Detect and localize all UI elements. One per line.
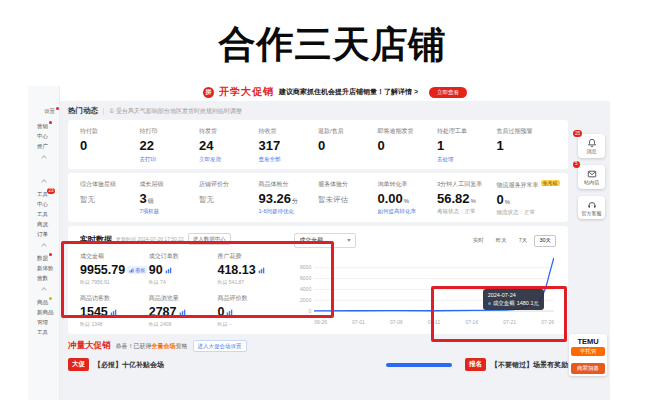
- temu-card: TEMU 半托管 商家招募: [569, 334, 607, 376]
- promo-setup-button[interactable]: 进入大促会场设置: [193, 340, 247, 352]
- sidebar-item-tools[interactable]: 工具23: [28, 189, 59, 199]
- stat-logistics-rate: 物流服务异常率免考核 0% 物流状态：正常: [497, 180, 557, 217]
- inbox-button[interactable]: 5 站内信: [578, 165, 605, 189]
- metric-gmv: 成交金额 9955.79 看板 昨日 7956.91: [80, 252, 149, 285]
- stat-service-score: 服务体验分 暂未评估: [318, 180, 378, 217]
- chevron-up-icon[interactable]: [41, 155, 47, 161]
- sidebar-item-promotion[interactable]: 推广: [28, 141, 59, 151]
- page-title: 合作三天店铺: [0, 20, 665, 70]
- tab-7days[interactable]: 7天: [514, 235, 533, 247]
- exempt-badge: 免考核: [541, 180, 560, 186]
- sidebar-item-new-goods[interactable]: 新商品: [28, 307, 59, 317]
- headset-icon: [579, 200, 604, 210]
- sidebar-item-manage[interactable]: 管理: [28, 317, 59, 327]
- banner-highlight: 开学大促销: [219, 86, 274, 99]
- sidebar-settings-label: 设置: [44, 108, 55, 114]
- sidebar-item-analytics[interactable]: 营数: [28, 273, 59, 283]
- dashboard-main: 拼 开学大促销 建议商家抓住机会提升店铺销量！了解详情 > 立即查看 热门动态 …: [60, 86, 610, 371]
- chart-tooltip: 2024-07-24 成交金额 1480.1元: [483, 289, 544, 310]
- chevron-up-icon[interactable]: [41, 179, 47, 185]
- view-all-link[interactable]: 查看全部: [259, 156, 319, 163]
- metric-orders: 成交订单数 90 昨日 74: [149, 252, 218, 285]
- update-time: 更新时间 2024-07-26 17:50:22: [116, 236, 184, 242]
- sidebar-item-data[interactable]: 数据: [28, 253, 59, 263]
- metric-select-dropdown[interactable]: 成交金额: [294, 233, 356, 248]
- line-chart: 8000 6000 4000 2000 0: [294, 253, 556, 325]
- bell-icon: [579, 138, 604, 148]
- temu-brand: TEMU: [571, 337, 605, 346]
- y-tick: 0: [294, 308, 311, 314]
- improve-link[interactable]: 如何提高转化率: [378, 208, 438, 215]
- sidebar-item-center2[interactable]: 中心: [28, 199, 59, 209]
- tab-realtime[interactable]: 实时: [468, 235, 489, 247]
- chevron-up-icon[interactable]: [41, 243, 47, 249]
- tab-yesterday[interactable]: 昨天: [491, 235, 512, 247]
- chart-icon[interactable]: [110, 309, 117, 316]
- realtime-metrics-panel: 实时数据 更新时间 2024-07-26 17:50:22 进入数据中心 成交金…: [80, 233, 294, 328]
- stat-star-level: 综合体验星级 暂无: [80, 180, 140, 217]
- floating-rail: 25 消息 5 站内信 官方客服: [578, 134, 605, 219]
- mail-icon: [579, 169, 604, 179]
- chart-icon[interactable]: [179, 309, 186, 316]
- count-badge: 23: [47, 188, 55, 194]
- sidebar-item-goods[interactable]: 商品: [28, 297, 59, 307]
- stat-pending-print: 待打印 22 去打印: [140, 127, 200, 163]
- stat-growth-level: 成长层级 3级 7项权益: [140, 180, 200, 217]
- sidebar-item-marketing[interactable]: 营销: [28, 121, 59, 131]
- stat-inquiry-rate: 询单转化率 0.00% 如何提高转化率: [378, 180, 438, 217]
- metric-ad-spend: 推广花费 418.13 昨日 541.87: [217, 252, 286, 285]
- promo-badge-signup: 报名: [465, 358, 486, 371]
- promo-title: 冲量大促销: [68, 340, 111, 352]
- trend-chart-panel: 成交金额 实时 昨天 7天 30天 8000 6000 4000 2000: [294, 233, 556, 328]
- rights-link[interactable]: 7项权益: [140, 208, 200, 215]
- messages-button[interactable]: 25 消息: [578, 134, 605, 158]
- stat-reply-rate: 3分钟人工回复率 56.82% 考核状态：正常: [437, 180, 497, 217]
- stat-refund: 退款/售后 0: [318, 127, 378, 163]
- chart-icon[interactable]: [226, 309, 233, 316]
- metric-pageviews: 商品浏览量 2787 昨日 2409: [149, 294, 218, 327]
- optimize-link[interactable]: 1-6问题待优化: [259, 208, 319, 215]
- stat-shop-rating: 店铺评价分 暂无: [199, 180, 259, 217]
- promo-item-text[interactable]: 【不要错过】场景有奖励: [491, 360, 568, 370]
- go-print-link[interactable]: 去打印: [140, 156, 200, 163]
- chevron-down-icon: [347, 239, 351, 242]
- sidebar-item-center[interactable]: 中心: [28, 131, 59, 141]
- notification-dot-icon: [49, 121, 52, 124]
- promo-desc: 恭喜！已获得全量会场资格: [116, 342, 188, 351]
- y-tick: 2000: [294, 297, 311, 303]
- sidebar-settings[interactable]: 设置: [28, 108, 59, 115]
- sidebar-item-new-experience[interactable]: 新体验: [28, 263, 59, 273]
- sidebar-item-business[interactable]: 商况: [28, 219, 59, 229]
- merchant-recruit-button[interactable]: 商家招募: [571, 363, 605, 374]
- sidebar-item-orders[interactable]: 订单: [28, 229, 59, 239]
- chart-icon[interactable]: [165, 267, 172, 274]
- stat-goods-health: 商品体检分 93.26分 1-6问题待优化: [259, 180, 319, 217]
- series-dot-icon: [488, 302, 491, 305]
- sidebar-item-tools3[interactable]: 工具: [28, 327, 59, 337]
- official-support-button[interactable]: 官方客服: [578, 196, 605, 220]
- chevron-up-icon[interactable]: [41, 287, 47, 293]
- chart-icon: [129, 268, 134, 273]
- promo-badge-dacu: 大促: [68, 358, 89, 371]
- orders-stats-card: 待付款 0 待打印 22 去打印 待发货 24 立即发货 待收货 317: [68, 120, 568, 169]
- banner-text: 建议商家抓住机会提升店铺销量！了解详情 >: [279, 87, 418, 97]
- banner-cta-button[interactable]: 立即查看: [429, 87, 467, 98]
- chart-icon[interactable]: [258, 267, 265, 274]
- promo-item-text[interactable]: 【必报】十亿补贴会场: [94, 360, 164, 370]
- hot-news-title: 热门动态: [68, 106, 98, 116]
- dashboard-screenshot: 设置 营销 中心 推广 工具23 中心 工具 商况 订单 数据 新体验 营数 商…: [28, 86, 610, 400]
- stat-pending-ship: 待发货 24 立即发货: [199, 127, 259, 163]
- progress-bar: [386, 363, 452, 367]
- trend-board-button[interactable]: 看板: [127, 266, 147, 274]
- promo-section: 冲量大促销 恭喜！已获得全量会场资格 进入大促会场设置 大促 【必报】十亿补贴会…: [68, 340, 568, 371]
- notification-dot-icon: [49, 297, 52, 300]
- go-handle-link[interactable]: 去处理: [437, 156, 497, 163]
- data-center-button[interactable]: 进入数据中心: [188, 233, 231, 245]
- stat-pending-ticket: 待处理工单 1 去处理: [437, 127, 497, 163]
- hot-news-text[interactable]: ① 受台风天气影响部分地区发货时效规则临时调整: [109, 107, 242, 116]
- stat-overdue-ship: 即将逾期发货 0: [378, 127, 438, 163]
- tab-30days[interactable]: 30天: [534, 235, 556, 247]
- sidebar-item-tools2[interactable]: 工具: [28, 209, 59, 219]
- top-promo-banner: 拼 开学大促销 建议商家抓住机会提升店铺销量！了解详情 > 立即查看: [60, 86, 610, 101]
- ship-now-link[interactable]: 立即发货: [199, 156, 259, 163]
